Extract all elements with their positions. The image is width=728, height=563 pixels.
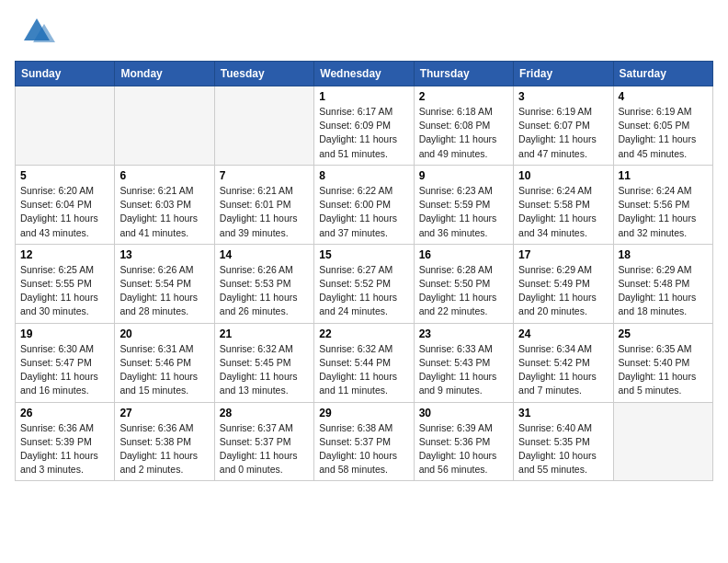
- calendar-cell: 8Sunrise: 6:22 AM Sunset: 6:00 PM Daylig…: [314, 165, 414, 244]
- day-number: 1: [319, 90, 408, 103]
- calendar-week-row: 12Sunrise: 6:25 AM Sunset: 5:55 PM Dayli…: [16, 244, 713, 323]
- calendar-cell: 15Sunrise: 6:27 AM Sunset: 5:52 PM Dayli…: [314, 244, 414, 323]
- day-info: Sunrise: 6:22 AM Sunset: 6:00 PM Dayligh…: [319, 184, 408, 240]
- day-number: 27: [119, 407, 209, 419]
- day-info: Sunrise: 6:20 AM Sunset: 6:04 PM Dayligh…: [20, 184, 109, 240]
- calendar-cell: [613, 402, 712, 481]
- calendar-cell: 26Sunrise: 6:36 AM Sunset: 5:39 PM Dayli…: [16, 402, 115, 481]
- calendar-cell: 27Sunrise: 6:36 AM Sunset: 5:38 PM Dayli…: [115, 402, 214, 481]
- day-info: Sunrise: 6:18 AM Sunset: 6:08 PM Dayligh…: [419, 105, 508, 161]
- calendar-cell: 23Sunrise: 6:33 AM Sunset: 5:43 PM Dayli…: [414, 323, 513, 402]
- calendar-week-row: 19Sunrise: 6:30 AM Sunset: 5:47 PM Dayli…: [16, 323, 713, 402]
- calendar-cell: 24Sunrise: 6:34 AM Sunset: 5:42 PM Dayli…: [514, 323, 613, 402]
- day-number: 15: [319, 248, 408, 261]
- calendar-cell: 13Sunrise: 6:26 AM Sunset: 5:54 PM Dayli…: [115, 244, 214, 323]
- day-info: Sunrise: 6:36 AM Sunset: 5:39 PM Dayligh…: [20, 421, 109, 477]
- day-number: 12: [20, 248, 109, 261]
- day-number: 5: [20, 169, 109, 182]
- day-info: Sunrise: 6:19 AM Sunset: 6:05 PM Dayligh…: [619, 105, 708, 161]
- day-number: 4: [619, 90, 708, 103]
- day-number: 23: [419, 327, 508, 340]
- calendar-table: SundayMondayTuesdayWednesdayThursdayFrid…: [15, 61, 713, 481]
- calendar-cell: 14Sunrise: 6:26 AM Sunset: 5:53 PM Dayli…: [214, 244, 313, 323]
- day-number: 22: [319, 327, 408, 340]
- day-info: Sunrise: 6:40 AM Sunset: 5:35 PM Dayligh…: [518, 421, 608, 477]
- calendar-cell: 30Sunrise: 6:39 AM Sunset: 5:36 PM Dayli…: [414, 402, 513, 481]
- calendar-week-row: 1Sunrise: 6:17 AM Sunset: 6:09 PM Daylig…: [16, 86, 713, 166]
- calendar-cell: 1Sunrise: 6:17 AM Sunset: 6:09 PM Daylig…: [314, 86, 414, 166]
- calendar-cell: [115, 86, 214, 166]
- day-info: Sunrise: 6:28 AM Sunset: 5:50 PM Dayligh…: [419, 263, 508, 319]
- day-number: 2: [419, 90, 508, 103]
- day-info: Sunrise: 6:29 AM Sunset: 5:49 PM Dayligh…: [518, 263, 608, 319]
- calendar-cell: [16, 86, 115, 166]
- day-number: 20: [119, 327, 209, 340]
- calendar-cell: 7Sunrise: 6:21 AM Sunset: 6:01 PM Daylig…: [214, 165, 313, 244]
- day-info: Sunrise: 6:23 AM Sunset: 5:59 PM Dayligh…: [419, 184, 508, 240]
- day-number: 16: [419, 248, 508, 261]
- day-info: Sunrise: 6:26 AM Sunset: 5:53 PM Dayligh…: [220, 263, 309, 319]
- day-info: Sunrise: 6:17 AM Sunset: 6:09 PM Dayligh…: [319, 105, 408, 161]
- logo-icon: [15, 15, 59, 50]
- calendar-cell: 9Sunrise: 6:23 AM Sunset: 5:59 PM Daylig…: [414, 165, 513, 244]
- day-info: Sunrise: 6:24 AM Sunset: 5:58 PM Dayligh…: [518, 184, 608, 240]
- day-info: Sunrise: 6:39 AM Sunset: 5:36 PM Dayligh…: [419, 421, 508, 477]
- day-info: Sunrise: 6:24 AM Sunset: 5:56 PM Dayligh…: [619, 184, 708, 240]
- day-number: 13: [119, 248, 209, 261]
- day-info: Sunrise: 6:21 AM Sunset: 6:03 PM Dayligh…: [119, 184, 209, 240]
- day-number: 10: [518, 169, 608, 182]
- calendar-cell: 6Sunrise: 6:21 AM Sunset: 6:03 PM Daylig…: [115, 165, 214, 244]
- day-number: 28: [220, 407, 309, 419]
- calendar-cell: 12Sunrise: 6:25 AM Sunset: 5:55 PM Dayli…: [16, 244, 115, 323]
- day-info: Sunrise: 6:34 AM Sunset: 5:42 PM Dayligh…: [518, 342, 608, 398]
- day-info: Sunrise: 6:21 AM Sunset: 6:01 PM Dayligh…: [220, 184, 309, 240]
- day-number: 11: [619, 169, 708, 182]
- day-info: Sunrise: 6:25 AM Sunset: 5:55 PM Dayligh…: [20, 263, 109, 319]
- day-info: Sunrise: 6:29 AM Sunset: 5:48 PM Dayligh…: [619, 263, 708, 319]
- page-header: [15, 15, 713, 50]
- day-info: Sunrise: 6:31 AM Sunset: 5:46 PM Dayligh…: [119, 342, 209, 398]
- day-info: Sunrise: 6:33 AM Sunset: 5:43 PM Dayligh…: [419, 342, 508, 398]
- calendar-cell: 16Sunrise: 6:28 AM Sunset: 5:50 PM Dayli…: [414, 244, 513, 323]
- day-number: 9: [419, 169, 508, 182]
- day-number: 17: [518, 248, 608, 261]
- weekday-header-friday: Friday: [514, 62, 613, 86]
- day-number: 29: [319, 407, 408, 419]
- logo: [15, 15, 61, 50]
- day-number: 24: [518, 327, 608, 340]
- day-number: 18: [619, 248, 708, 261]
- weekday-header-tuesday: Tuesday: [214, 62, 313, 86]
- calendar-cell: 29Sunrise: 6:38 AM Sunset: 5:37 PM Dayli…: [314, 402, 414, 481]
- calendar-cell: 17Sunrise: 6:29 AM Sunset: 5:49 PM Dayli…: [514, 244, 613, 323]
- calendar-header-row: SundayMondayTuesdayWednesdayThursdayFrid…: [16, 62, 713, 86]
- day-info: Sunrise: 6:38 AM Sunset: 5:37 PM Dayligh…: [319, 421, 408, 477]
- day-info: Sunrise: 6:36 AM Sunset: 5:38 PM Dayligh…: [119, 421, 209, 477]
- calendar-cell: 25Sunrise: 6:35 AM Sunset: 5:40 PM Dayli…: [613, 323, 712, 402]
- calendar-cell: 4Sunrise: 6:19 AM Sunset: 6:05 PM Daylig…: [613, 86, 712, 166]
- calendar-cell: 3Sunrise: 6:19 AM Sunset: 6:07 PM Daylig…: [514, 86, 613, 166]
- day-info: Sunrise: 6:19 AM Sunset: 6:07 PM Dayligh…: [518, 105, 608, 161]
- calendar-cell: 19Sunrise: 6:30 AM Sunset: 5:47 PM Dayli…: [16, 323, 115, 402]
- calendar-cell: 21Sunrise: 6:32 AM Sunset: 5:45 PM Dayli…: [214, 323, 313, 402]
- day-info: Sunrise: 6:37 AM Sunset: 5:37 PM Dayligh…: [220, 421, 309, 477]
- day-info: Sunrise: 6:30 AM Sunset: 5:47 PM Dayligh…: [20, 342, 109, 398]
- day-number: 31: [518, 407, 608, 419]
- calendar-cell: 18Sunrise: 6:29 AM Sunset: 5:48 PM Dayli…: [613, 244, 712, 323]
- day-number: 19: [20, 327, 109, 340]
- calendar-cell: 5Sunrise: 6:20 AM Sunset: 6:04 PM Daylig…: [16, 165, 115, 244]
- day-number: 26: [20, 407, 109, 419]
- day-number: 7: [220, 169, 309, 182]
- day-number: 30: [419, 407, 508, 419]
- calendar-cell: 22Sunrise: 6:32 AM Sunset: 5:44 PM Dayli…: [314, 323, 414, 402]
- calendar-cell: 10Sunrise: 6:24 AM Sunset: 5:58 PM Dayli…: [514, 165, 613, 244]
- day-number: 3: [518, 90, 608, 103]
- weekday-header-saturday: Saturday: [613, 62, 712, 86]
- day-info: Sunrise: 6:26 AM Sunset: 5:54 PM Dayligh…: [119, 263, 209, 319]
- calendar-cell: 20Sunrise: 6:31 AM Sunset: 5:46 PM Dayli…: [115, 323, 214, 402]
- calendar-cell: 28Sunrise: 6:37 AM Sunset: 5:37 PM Dayli…: [214, 402, 313, 481]
- weekday-header-thursday: Thursday: [414, 62, 513, 86]
- day-info: Sunrise: 6:27 AM Sunset: 5:52 PM Dayligh…: [319, 263, 408, 319]
- day-number: 8: [319, 169, 408, 182]
- calendar-cell: 11Sunrise: 6:24 AM Sunset: 5:56 PM Dayli…: [613, 165, 712, 244]
- day-info: Sunrise: 6:32 AM Sunset: 5:45 PM Dayligh…: [220, 342, 309, 398]
